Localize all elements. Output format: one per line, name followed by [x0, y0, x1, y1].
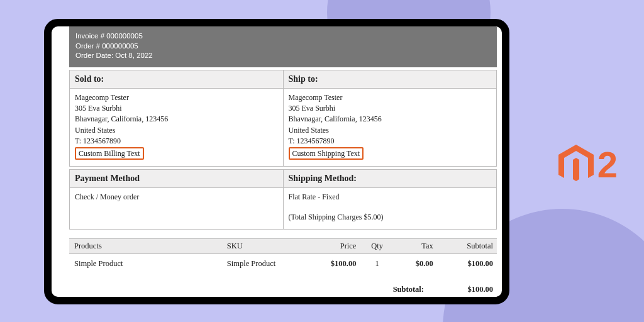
ship-to-header: Ship to:	[283, 70, 497, 88]
sold-to-country: United States	[75, 125, 278, 136]
ship-to-phone: T: 1234567890	[289, 136, 492, 147]
items-table: Products SKU Price Qty Tax Subtotal Simp…	[69, 238, 497, 272]
custom-billing-callout: Custom Billing Text	[75, 147, 144, 160]
table-row: Simple Product Simple Product $100.00 1 …	[69, 254, 497, 273]
sold-to-street: 305 Eva Surbhi	[75, 103, 278, 114]
cell-tax: $0.00	[394, 254, 437, 273]
totals-subtotal-row: Subtotal: $100.00	[69, 284, 497, 296]
subtotal-label: Subtotal:	[298, 285, 424, 294]
cell-price: $100.00	[309, 254, 360, 273]
ship-to-street: 305 Eva Surbhi	[289, 103, 492, 114]
col-tax: Tax	[394, 239, 437, 254]
shipping-charges: (Total Shipping Charges $5.00)	[289, 212, 492, 223]
address-section: Sold to: Ship to: Magecomp Tester 305 Ev…	[69, 70, 497, 167]
ship-to-city: Bhavnagar, California, 123456	[289, 114, 492, 125]
invoice-number: Invoice # 000000005	[75, 31, 491, 42]
subtotal-value: $100.00	[449, 285, 493, 294]
ship-to-country: United States	[289, 125, 492, 136]
col-sku: SKU	[223, 239, 309, 254]
cell-product: Simple Product	[69, 254, 223, 273]
col-products: Products	[69, 239, 223, 254]
sold-to-phone: T: 1234567890	[75, 136, 278, 147]
method-section: Payment Method Shipping Method: Check / …	[69, 169, 497, 230]
sold-to-header: Sold to:	[70, 70, 284, 88]
magento2-logo: 2	[558, 145, 618, 185]
shipping-method-header: Shipping Method:	[283, 170, 497, 188]
magento-icon	[558, 145, 594, 185]
cell-sku: Simple Product	[223, 254, 309, 273]
invoice-document: Invoice # 000000005 Order # 000000005 Or…	[69, 26, 497, 297]
sold-to-city: Bhavnagar, California, 123456	[75, 114, 278, 125]
shipping-total-label: Shipping & Handling:	[298, 297, 424, 304]
sold-to-name: Magecomp Tester	[75, 92, 278, 103]
payment-method-header: Payment Method	[70, 170, 284, 188]
svg-marker-1	[573, 158, 579, 181]
cell-qty: 1	[360, 254, 394, 273]
invoice-meta-bar: Invoice # 000000005 Order # 000000005 Or…	[69, 26, 497, 67]
custom-shipping-callout: Custom Shipping Text	[289, 147, 364, 160]
payment-method-cell: Check / Money order	[70, 188, 284, 230]
order-number: Order # 000000005	[75, 42, 491, 52]
logo-two-text: 2	[597, 147, 618, 183]
items-header-row: Products SKU Price Qty Tax Subtotal	[69, 239, 497, 254]
shipping-total-value: $5.00	[449, 297, 493, 304]
ship-to-cell: Magecomp Tester 305 Eva Surbhi Bhavnagar…	[283, 88, 497, 167]
order-date: Order Date: Oct 8, 2022	[75, 51, 491, 61]
totals-shipping-row: Shipping & Handling: $5.00	[69, 296, 497, 304]
payment-method-value: Check / Money order	[75, 192, 278, 203]
shipping-method-cell: Flat Rate - Fixed (Total Shipping Charge…	[283, 188, 497, 230]
col-subtotal: Subtotal	[437, 239, 497, 254]
totals-block: Subtotal: $100.00 Shipping & Handling: $…	[69, 284, 497, 304]
shipping-rate: Flat Rate - Fixed	[289, 192, 492, 203]
col-price: Price	[309, 239, 360, 254]
sold-to-cell: Magecomp Tester 305 Eva Surbhi Bhavnagar…	[70, 88, 284, 167]
tablet-frame: Invoice # 000000005 Order # 000000005 Or…	[44, 19, 509, 304]
col-qty: Qty	[360, 239, 394, 254]
cell-subtotal: $100.00	[437, 254, 497, 273]
ship-to-name: Magecomp Tester	[289, 92, 492, 103]
